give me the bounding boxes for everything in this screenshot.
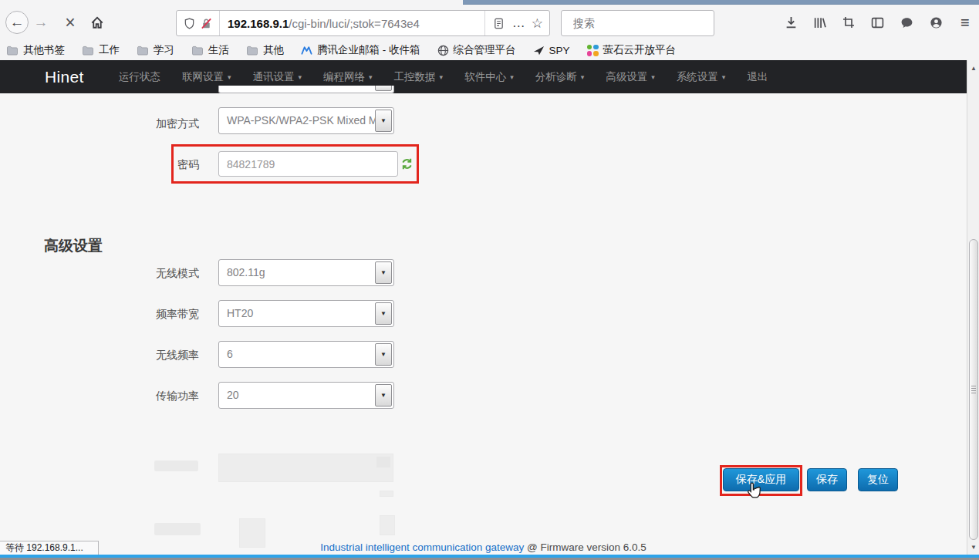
select-arrow-button[interactable]: ▼: [375, 343, 392, 366]
sidebar-icon: [871, 16, 884, 29]
tx-power-select[interactable]: 20▼: [218, 382, 394, 409]
clipped-select[interactable]: [218, 86, 394, 93]
search-input[interactable]: [573, 17, 713, 29]
vertical-scrollbar[interactable]: ▲ ▼: [967, 60, 979, 555]
wireless-mode-select[interactable]: 802.11g▼: [218, 259, 394, 286]
hamburger-icon: ≡: [960, 14, 970, 32]
url-bar[interactable]: 192.168.9.1/cgi-bin/luci/;stok=7643e4 … …: [176, 10, 550, 36]
page-footer: Industrial intelligent communication gat…: [0, 541, 967, 553]
url-text[interactable]: 192.168.9.1/cgi-bin/luci/;stok=7643e4: [220, 17, 484, 30]
generate-password-button[interactable]: [400, 157, 414, 174]
scroll-down-arrow[interactable]: ▼: [967, 541, 979, 552]
bookmarks-bar: 其他书签 工作 学习 生活 其他 腾讯企业邮箱 - 收件箱 综合管理平台 SPY…: [0, 40, 979, 60]
caret-down-icon: ▾: [369, 73, 373, 81]
bookmark-folder-study[interactable]: 学习: [137, 43, 174, 57]
channel-select[interactable]: 6▼: [218, 341, 394, 368]
bookmark-tencent-mail[interactable]: 腾讯企业邮箱 - 收件箱: [301, 43, 420, 57]
select-arrow-button[interactable]: ▼: [375, 302, 392, 325]
encryption-select[interactable]: WPA-PSK/WPA2-PSK Mixed Mo▼: [218, 107, 394, 134]
nav-item-logout[interactable]: 退出: [736, 70, 778, 84]
site-nav-items: 运行状态 联网设置▾ 通讯设置▾ 编程网络▾ 工控数据▾ 软件中心▾ 分析诊断▾…: [108, 60, 778, 93]
bookmark-management-platform[interactable]: 综合管理平台: [437, 43, 516, 57]
scrollbar-thumb[interactable]: [969, 239, 978, 540]
nav-item-comm-settings[interactable]: 通讯设置▾: [242, 70, 313, 84]
nav-item-advanced-settings[interactable]: 高级设置▾: [595, 70, 666, 84]
tracking-shield-icon: [184, 18, 195, 29]
bookmark-folder-life[interactable]: 生活: [191, 43, 229, 57]
footer-firmware-text: @ Firmware version 6.0.5: [527, 541, 646, 553]
folder-icon: [137, 46, 149, 56]
insecure-lock-icon: [201, 18, 212, 29]
search-bar[interactable]: [561, 10, 714, 36]
caret-down-icon: ▾: [299, 73, 302, 81]
bookmark-folder-work[interactable]: 工作: [82, 43, 120, 57]
select-arrow-button[interactable]: ▼: [375, 384, 392, 407]
encryption-label: 加密方式: [106, 117, 199, 131]
bookmark-ezviz-platform[interactable]: 萤石云开放平台: [587, 43, 677, 57]
library-button[interactable]: [810, 12, 830, 32]
bookmark-spy[interactable]: SPY: [533, 45, 570, 56]
nav-item-system-settings[interactable]: 系统设置▾: [666, 70, 737, 84]
select-arrow-button[interactable]: ▼: [375, 110, 392, 132]
globe-icon: [437, 45, 449, 56]
wireless-mode-label: 无线模式: [106, 267, 199, 281]
screenshot-button[interactable]: [839, 12, 859, 32]
save-apply-button[interactable]: 保存&应用: [723, 468, 799, 491]
sidebar-button[interactable]: [868, 12, 888, 32]
tencent-mail-icon: [301, 45, 312, 56]
password-label: 密码: [106, 158, 199, 172]
bandwidth-select[interactable]: HT20▼: [218, 300, 394, 327]
nav-item-software-center[interactable]: 软件中心▾: [454, 70, 525, 84]
ghost-label: [154, 523, 201, 535]
save-button[interactable]: 保存: [807, 468, 847, 491]
tx-power-label: 传输功率: [106, 390, 199, 403]
nav-item-industrial-data[interactable]: 工控数据▾: [383, 70, 454, 84]
channel-label: 无线频率: [106, 349, 199, 363]
bookmark-folder-other-bookmarks[interactable]: 其他书签: [6, 43, 65, 57]
site-identity-box[interactable]: [177, 11, 220, 35]
url-host: 192.168.9.1: [228, 17, 289, 30]
scrollbar-grip: [971, 386, 976, 395]
reader-mode-icon[interactable]: [491, 18, 506, 29]
nav-item-diagnostics[interactable]: 分析诊断▾: [525, 70, 596, 84]
nav-item-programming-network[interactable]: 编程网络▾: [312, 70, 383, 84]
home-icon: [90, 15, 104, 29]
back-button[interactable]: ←: [5, 11, 29, 34]
reset-button[interactable]: 复位: [858, 468, 898, 491]
nav-item-network-settings[interactable]: 联网设置▾: [171, 70, 242, 84]
dropdown-arrow-icon: ▼: [380, 311, 387, 317]
bandwidth-label: 频率带宽: [106, 308, 199, 322]
caret-down-icon: ▾: [510, 73, 514, 81]
ghost-select: [218, 454, 393, 482]
downloads-button[interactable]: [781, 12, 801, 32]
account-button[interactable]: [926, 12, 946, 32]
menu-button[interactable]: ≡: [955, 12, 975, 32]
select-arrow-button[interactable]: ▼: [375, 261, 392, 284]
url-path: /cgi-bin/luci/;stok=7643e4: [289, 17, 420, 30]
chat-bubble-icon: [900, 16, 913, 29]
messages-button[interactable]: [897, 12, 917, 32]
forward-button[interactable]: →: [29, 11, 52, 34]
scroll-up-arrow[interactable]: ▲: [967, 62, 979, 73]
page-actions-menu-icon[interactable]: …: [509, 19, 528, 27]
dropdown-arrow-icon: ▼: [380, 270, 387, 276]
site-navbar: Hinet 运行状态 联网设置▾ 通讯设置▾ 编程网络▾ 工控数据▾ 软件中心▾…: [0, 60, 967, 93]
dropdown-arrow-icon: ▼: [380, 393, 387, 399]
bookmark-folder-misc[interactable]: 其他: [246, 43, 284, 57]
home-button[interactable]: [86, 11, 109, 34]
status-popup: 等待 192.168.9.1...: [0, 541, 99, 555]
nav-item-status[interactable]: 运行状态: [108, 70, 171, 84]
footer-link[interactable]: Industrial intelligent communication gat…: [320, 541, 524, 553]
library-icon: [813, 16, 826, 29]
page-content: Hinet 运行状态 联网设置▾ 通讯设置▾ 编程网络▾ 工控数据▾ 软件中心▾…: [0, 60, 979, 560]
brand-logo[interactable]: Hinet: [45, 60, 84, 93]
ezviz-clover-icon: [587, 45, 599, 56]
password-input[interactable]: [218, 151, 398, 177]
ghost-label: [154, 460, 198, 471]
stop-button[interactable]: ×: [59, 11, 82, 34]
caret-down-icon: ▾: [228, 73, 231, 81]
ghost-fragment: [380, 491, 393, 497]
download-icon: [785, 16, 798, 29]
back-arrow-icon: ←: [10, 14, 25, 31]
bookmark-star-icon[interactable]: ☆: [532, 15, 543, 32]
